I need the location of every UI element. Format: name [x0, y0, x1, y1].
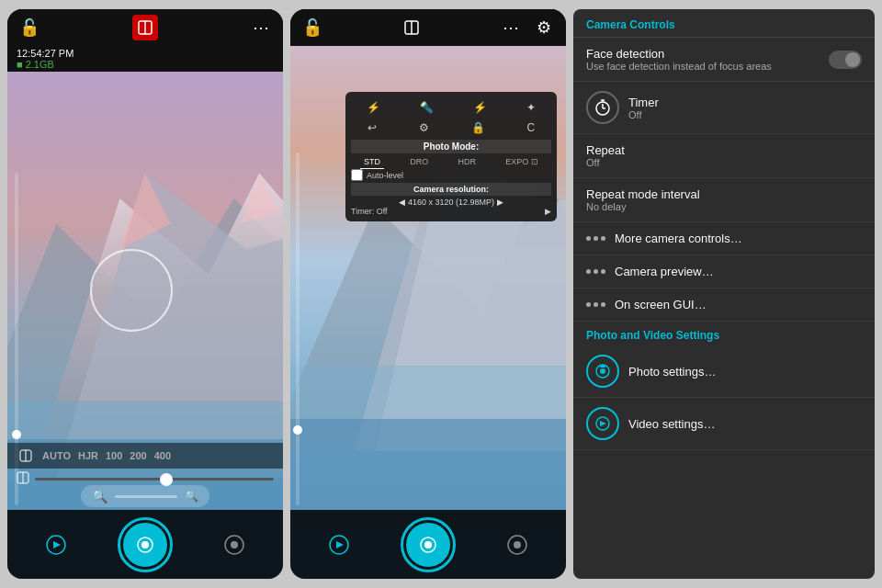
dropdown-icon-row: ⚡ 🔦 ⚡ ✦	[351, 97, 551, 118]
repeat-interval-label: Repeat mode interval	[586, 187, 862, 201]
header-icons-right-2: ⋯ ⚙	[498, 15, 557, 40]
auto-level-checkbox[interactable]	[351, 169, 363, 181]
video-settings-label: Video settings…	[628, 417, 862, 431]
zoom-bar[interactable]: 🔍 🔍	[81, 485, 209, 507]
dd-lock-icon[interactable]: 🔒	[471, 121, 485, 134]
vertical-slider-2[interactable]	[296, 153, 300, 505]
on-screen-gui-item[interactable]: On screen GUI…	[573, 288, 875, 322]
shutter-button-2[interactable]	[401, 517, 456, 572]
camera-preview-item[interactable]: Camera preview…	[573, 255, 875, 288]
zoom-in-icon[interactable]: 🔍	[185, 490, 198, 503]
bottom-controls-1	[7, 510, 283, 579]
lock-icon-2[interactable]: 🔓	[300, 15, 325, 40]
shutter-inner-1	[123, 523, 167, 567]
video-button-1[interactable]	[38, 526, 74, 563]
svg-point-36	[424, 541, 432, 548]
camera-view-1[interactable]: AUTO HJR 100 200 400	[7, 72, 283, 579]
svg-marker-48	[600, 421, 606, 426]
tab-hdr[interactable]: HDR	[455, 155, 481, 169]
settings-icon-2[interactable]: ⚙	[531, 15, 557, 40]
photo-settings-text: Photo settings…	[628, 365, 862, 379]
timer-label: Timer: Off	[351, 207, 388, 216]
resolution-value[interactable]: ◀ 4160 x 3120 (12.98MP) ▶	[351, 198, 551, 207]
settings-panel: Camera Controls Face detection Use face …	[573, 9, 875, 579]
shutter-button-1[interactable]	[118, 517, 173, 572]
mode-bar: AUTO HJR 100 200 400	[7, 443, 283, 469]
repeat-item[interactable]: Repeat Off	[573, 134, 875, 178]
header-icons-right-1: ⋯	[248, 15, 274, 40]
on-screen-gui-label: On screen GUI…	[615, 298, 862, 311]
settings-title: Camera Controls	[586, 18, 862, 31]
video-settings-item[interactable]: Video settings…	[573, 398, 875, 450]
exposure-thumb[interactable]	[160, 473, 173, 486]
exposure-icon-2[interactable]	[399, 15, 424, 40]
timer-row[interactable]: Timer: Off ▶	[351, 207, 551, 216]
exposure-track[interactable]	[35, 478, 274, 481]
face-detection-item[interactable]: Face detection Use face detection instea…	[573, 38, 875, 82]
main-container: 🔓 ⋯ 12:54:27 PM ■ 2.1GB	[0, 0, 882, 588]
zoom-track[interactable]	[115, 495, 177, 498]
face-detection-toggle[interactable]	[829, 51, 862, 69]
mode-400[interactable]: 400	[154, 450, 171, 461]
more-camera-label: More camera controls…	[615, 232, 862, 245]
tab-dro[interactable]: DRO	[406, 155, 432, 169]
toggle-thumb	[845, 52, 860, 67]
mode-auto[interactable]: AUTO	[42, 450, 71, 461]
repeat-interval-value: No delay	[586, 201, 862, 212]
dd-gear-icon[interactable]: ⚙	[419, 121, 429, 134]
svg-marker-18	[53, 541, 61, 548]
mode-hjr[interactable]: HJR	[78, 450, 98, 461]
repeat-text: Repeat Off	[586, 143, 862, 168]
camera-preview-dots	[586, 269, 605, 274]
video-button-2[interactable]	[321, 526, 357, 563]
gallery-button-2[interactable]	[499, 526, 536, 563]
repeat-label: Repeat	[586, 143, 862, 157]
tab-expo[interactable]: EXPO ⊡	[502, 155, 542, 169]
more-camera-text: More camera controls…	[615, 232, 862, 245]
repeat-value: Off	[586, 157, 862, 168]
svg-point-38	[514, 541, 521, 548]
svg-point-45	[600, 368, 605, 374]
dd-c-icon[interactable]: C	[526, 121, 535, 134]
auto-level-row[interactable]: Auto-level	[351, 169, 551, 181]
exposure-small-icon[interactable]	[17, 447, 35, 465]
dd-flash3-icon[interactable]: ⚡	[473, 101, 487, 114]
phone-panel-1: 🔓 ⋯ 12:54:27 PM ■ 2.1GB	[7, 9, 283, 579]
focus-circle[interactable]	[90, 249, 173, 332]
photo-settings-icon	[586, 355, 619, 388]
dd-settings-icon[interactable]: ✦	[526, 101, 536, 114]
tab-std[interactable]: STD	[360, 155, 384, 169]
vertical-thumb-2[interactable]	[293, 425, 302, 435]
mode-100[interactable]: 100	[106, 450, 122, 461]
vertical-thumb[interactable]	[12, 430, 21, 439]
photo-settings-item[interactable]: Photo settings…	[573, 345, 875, 398]
more-icon-1[interactable]: ⋯	[248, 15, 274, 40]
dd-wb-icon[interactable]: ↩	[368, 121, 377, 134]
zoom-out-icon[interactable]: 🔍	[92, 489, 107, 503]
timer-arrow[interactable]: ▶	[545, 207, 551, 216]
svg-point-22	[231, 541, 238, 548]
svg-rect-46	[600, 365, 605, 368]
more-camera-item[interactable]: More camera controls…	[573, 222, 875, 255]
photo-settings-label: Photo settings…	[628, 365, 862, 379]
video-settings-icon	[586, 407, 619, 440]
camera-view-2[interactable]: ⚡ 🔦 ⚡ ✦ ↩ ⚙ 🔒 C Photo Mode: STD DRO HDR …	[290, 46, 566, 579]
dd-flash2-icon[interactable]: 🔦	[420, 101, 434, 114]
video-settings-text: Video settings…	[628, 417, 862, 431]
exposure-icon-1[interactable]	[132, 15, 158, 40]
camera-preview-text: Camera preview…	[615, 265, 862, 278]
repeat-interval-item[interactable]: Repeat mode interval No delay	[573, 178, 875, 222]
gallery-button-1[interactable]	[216, 526, 253, 563]
resolution-title: Camera resolution:	[351, 183, 551, 196]
dd-flash-icon[interactable]: ⚡	[367, 101, 380, 114]
timer-item[interactable]: Timer Off	[573, 82, 875, 134]
phone-panel-2: 🔓 ⋯ ⚙	[290, 9, 566, 579]
lock-icon-1[interactable]: 🔓	[17, 15, 42, 40]
phone1-status: 12:54:27 PM ■ 2.1GB	[7, 46, 283, 72]
svg-point-20	[141, 541, 149, 548]
bottom-controls-2	[290, 510, 566, 579]
status-storage: ■ 2.1GB	[17, 59, 274, 70]
more-icon-2[interactable]: ⋯	[498, 15, 524, 40]
mode-200[interactable]: 200	[130, 450, 146, 461]
timer-icon	[586, 91, 619, 124]
